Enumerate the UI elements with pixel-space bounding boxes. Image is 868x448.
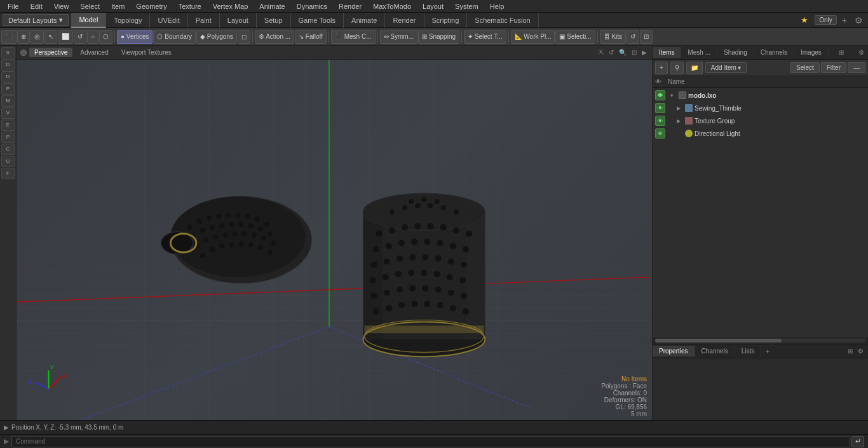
add-icon-btn[interactable]: + xyxy=(655,62,668,74)
scrollbar-track[interactable] xyxy=(655,339,865,343)
prop-expand-btn[interactable]: ⊞ xyxy=(846,348,855,355)
menu-item-animate[interactable]: Animate xyxy=(254,1,290,11)
tab-properties[interactable]: Properties xyxy=(653,346,695,356)
menu-item-select[interactable]: Select xyxy=(75,1,105,11)
select-t-btn[interactable]: ✦ Select T... xyxy=(464,30,506,44)
sidebar-tool-0[interactable]: S xyxy=(1,47,15,58)
sidebar-tool-7[interactable]: P xyxy=(1,132,15,143)
viewport-3d[interactable]: X Y Z No Items Polygons : Face Channels:… xyxy=(17,60,652,420)
menu-item-view[interactable]: View xyxy=(49,1,74,11)
shield-btn[interactable]: ⬡ xyxy=(99,30,112,44)
work-pl-btn[interactable]: 📐 Work Pl... xyxy=(511,30,555,44)
tab-mesh[interactable]: Mesh ... xyxy=(681,47,717,58)
command-run-button[interactable]: ↵ xyxy=(851,436,864,447)
visibility-light[interactable]: 👁 xyxy=(655,128,665,139)
tab-shading[interactable]: Shading xyxy=(717,47,754,58)
view-icon-btn[interactable]: ⊡ xyxy=(640,30,653,44)
square-btn[interactable]: ◻ xyxy=(238,30,250,44)
layout-tab-animate[interactable]: Animate xyxy=(344,13,385,28)
tab-plus[interactable]: + xyxy=(761,346,773,357)
menu-item-system[interactable]: System xyxy=(450,1,484,11)
menu-item-render[interactable]: Render xyxy=(334,1,367,11)
transform-btn[interactable]: ⬜ xyxy=(58,30,73,44)
sidebar-tool-1[interactable]: D xyxy=(1,59,15,71)
menu-item-dynamics[interactable]: Dynamics xyxy=(292,1,332,11)
tree-item-root[interactable]: 👁 ▾ modo.lxo xyxy=(653,89,868,102)
layout-tab-layout[interactable]: Layout xyxy=(220,13,257,28)
falloff-btn[interactable]: ↘ Falloff xyxy=(295,30,327,44)
wireframe-btn[interactable]: ◎ xyxy=(31,30,44,44)
filter-icon-btn[interactable]: ⚲ xyxy=(670,62,684,74)
layout-tab-game-tools[interactable]: Game Tools xyxy=(291,13,344,28)
menu-item-vertex-map[interactable]: Vertex Map xyxy=(208,1,254,11)
tab-channels[interactable]: Channels xyxy=(695,346,735,356)
grid-btn[interactable]: ⊕ xyxy=(17,30,30,44)
sidebar-tool-6[interactable]: E xyxy=(1,119,15,131)
menu-item-item[interactable]: Item xyxy=(106,1,130,11)
add-item-button[interactable]: Add Item ▾ xyxy=(705,62,747,73)
layout-tab-setup[interactable]: Setup xyxy=(257,13,291,28)
layout-tab-uvedit[interactable]: UVEdit xyxy=(150,13,187,28)
layout-tab-model[interactable]: Model xyxy=(71,13,106,28)
action-btn[interactable]: ⚙ Action ... xyxy=(255,30,294,44)
menu-item-edit[interactable]: Edit xyxy=(25,1,48,11)
select-btn[interactable]: Select xyxy=(790,62,820,73)
tab-viewport-textures[interactable]: Viewport Textures xyxy=(116,48,177,57)
vp-rotate-btn[interactable]: ↺ xyxy=(607,49,615,56)
menu-item-geometry[interactable]: Geometry xyxy=(131,1,172,11)
sidebar-tool-5[interactable]: V xyxy=(1,107,15,119)
expand-panel-btn[interactable]: ⊞ xyxy=(835,48,848,57)
circle-btn[interactable]: ○ xyxy=(87,30,98,44)
layout-tab-topology[interactable]: Topology xyxy=(106,13,150,28)
rotate-btn[interactable]: ↺ xyxy=(74,30,86,44)
sidebar-tool-8[interactable]: C xyxy=(1,144,15,155)
tab-perspective[interactable]: Perspective xyxy=(29,48,72,57)
vp-menu-btn[interactable]: ▶ xyxy=(641,49,648,56)
filter-btn[interactable]: Filter xyxy=(821,62,846,73)
menu-item-help[interactable]: Help xyxy=(485,1,510,11)
tab-items[interactable]: Items xyxy=(653,47,681,58)
layout-tab-scripting[interactable]: Scripting xyxy=(424,13,468,28)
menu-item-maxtomodo[interactable]: MaxToModo xyxy=(368,1,416,11)
menu-item-texture[interactable]: Texture xyxy=(173,1,207,11)
menu-item-file[interactable]: File xyxy=(3,1,24,11)
tab-lists[interactable]: Lists xyxy=(735,346,762,356)
select-mode-btn[interactable]: ↖ xyxy=(44,30,57,44)
folder-icon-btn[interactable]: 📁 xyxy=(686,62,703,74)
vp-move-btn[interactable]: ⇱ xyxy=(597,49,605,56)
command-input[interactable] xyxy=(11,436,850,447)
tab-images[interactable]: Images xyxy=(794,47,829,58)
sidebar-tool-2[interactable]: D xyxy=(1,71,15,83)
vp-zoom-btn[interactable]: 🔍 xyxy=(618,49,628,56)
kits-btn[interactable]: 🎛 Kits xyxy=(600,30,626,44)
tree-item-texture-group[interactable]: 👁 ▶ Texture Group xyxy=(653,114,868,127)
tree-item-sewing-thimble[interactable]: 👁 ▶ Sewing_Thimble xyxy=(653,102,868,114)
cam-icon-btn[interactable]: ↺ xyxy=(627,30,639,44)
tab-advanced[interactable]: Advanced xyxy=(75,48,113,57)
vp-fit-btn[interactable]: ⊡ xyxy=(630,49,638,56)
mesh-c-btn[interactable]: ⬛ Mesh C... xyxy=(331,30,376,44)
tab-channels[interactable]: Channels xyxy=(754,47,794,58)
settings-layout-btn[interactable]: ⚙ xyxy=(852,15,865,25)
layout-selector[interactable]: Default Layouts ▾ xyxy=(3,14,69,26)
layout-tab-paint[interactable]: Paint xyxy=(188,13,220,28)
layout-tab-render[interactable]: Render xyxy=(385,13,424,28)
expand-texture[interactable]: ▶ xyxy=(677,118,683,124)
star-icon[interactable]: ★ xyxy=(797,15,812,25)
expand-thimble[interactable]: ▶ xyxy=(677,105,683,111)
visibility-texture[interactable]: 👁 xyxy=(655,116,665,126)
expand-root[interactable]: ▾ xyxy=(670,93,677,98)
layout-tab-schematic-fusion[interactable]: Schematic Fusion xyxy=(467,13,538,28)
sidebar-tool-9[interactable]: U xyxy=(1,156,15,167)
menu-item-layout[interactable]: Layout xyxy=(417,1,449,11)
symm-btn[interactable]: ⇔ Symm... xyxy=(380,30,417,44)
minus-btn[interactable]: — xyxy=(848,62,865,73)
prop-gear-btn[interactable]: ⚙ xyxy=(856,348,865,355)
plus-layout-btn[interactable]: + xyxy=(839,15,850,25)
tree-item-directional-light[interactable]: 👁 Directional Light xyxy=(653,127,868,140)
visibility-thimble[interactable]: 👁 xyxy=(655,103,665,113)
nav-btn[interactable]: ⬛ xyxy=(1,30,17,44)
expand-arrow[interactable]: ▶ xyxy=(4,424,9,431)
scrollbar-thumb[interactable] xyxy=(655,339,782,343)
panel-options-btn[interactable]: ⚙ xyxy=(855,48,868,57)
